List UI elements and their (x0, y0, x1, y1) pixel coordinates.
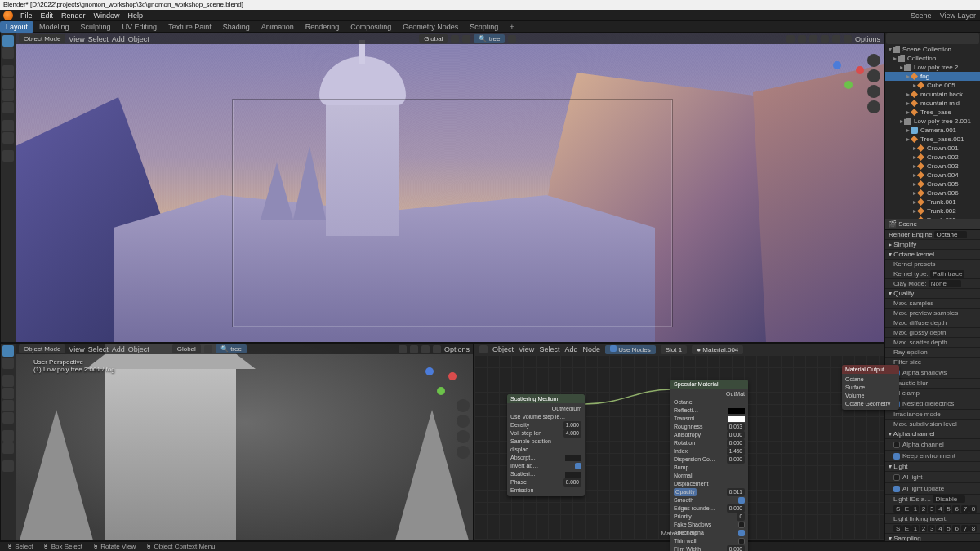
node-socket[interactable]: Rotation0.000 (674, 439, 745, 447)
tool-cursor[interactable] (2, 358, 14, 369)
x-clear-icon[interactable] (508, 35, 516, 43)
menu-edit[interactable]: Edit (37, 10, 58, 21)
snap-icon[interactable] (451, 35, 459, 43)
tool-move[interactable] (2, 65, 14, 77)
tool-rotate[interactable] (2, 388, 14, 399)
material-selector[interactable]: ● Material.004 (692, 345, 743, 354)
shading-solid-icon[interactable] (410, 345, 418, 353)
tool-scale[interactable] (2, 400, 14, 411)
outliner-item[interactable]: ▸Low poly tree 2 (885, 63, 980, 72)
outliner-item[interactable]: ▸mountain mid (885, 99, 980, 108)
snap-icon[interactable] (204, 345, 212, 353)
node-socket[interactable]: Octane Geometry (845, 400, 896, 408)
tool-transform[interactable] (2, 102, 14, 113)
node-socket[interactable]: Octane (845, 375, 896, 384)
outliner-item[interactable]: ▸Crown.006 (885, 189, 980, 198)
add-menu[interactable]: Add (112, 35, 125, 43)
tab-animation[interactable]: Animation (256, 21, 300, 33)
mode-dropdown[interactable]: Object Mode (19, 34, 65, 43)
slot-selector[interactable]: Slot 1 (661, 345, 687, 354)
nav-gizmo[interactable] (833, 58, 866, 91)
light-id-button[interactable]: 8 (969, 525, 977, 532)
outliner-item[interactable]: ▸mountain back (885, 90, 980, 99)
node-socket[interactable]: Sample position displac… (510, 438, 581, 454)
outliner-item[interactable]: ▸Low poly tree 2.001 (885, 117, 980, 126)
node-output[interactable]: OutMat (674, 390, 745, 398)
view-menu[interactable]: View (69, 35, 84, 43)
shading-solid-icon[interactable] (821, 35, 829, 43)
persp-icon[interactable] (867, 100, 880, 113)
tool-cursor[interactable] (2, 47, 14, 59)
tab-add[interactable]: + (504, 21, 519, 33)
light-id-button[interactable]: 5 (944, 525, 951, 532)
tab-shading[interactable]: Shading (217, 21, 256, 33)
mode-dropdown[interactable]: Object Mode (19, 344, 65, 353)
outliner-search[interactable] (886, 33, 979, 44)
tool-select-box[interactable] (2, 345, 14, 357)
node-socket[interactable]: Density1.000 (510, 421, 581, 429)
keep-env-checkbox[interactable]: Keep environment (893, 451, 977, 460)
tool-select-box[interactable] (2, 35, 14, 47)
tab-sculpting[interactable]: Sculpting (75, 21, 117, 33)
node-socket[interactable]: Transmi… (674, 415, 745, 423)
add-menu[interactable]: Add (112, 345, 125, 353)
tool-scale[interactable] (2, 90, 14, 101)
light-id-button[interactable]: 3 (928, 525, 935, 532)
node-socket[interactable]: Emission (510, 487, 581, 495)
outliner-item[interactable]: ▸Crown.003 (885, 162, 980, 171)
outliner-item[interactable]: ▸fog (885, 72, 980, 81)
tab-rendering[interactable]: Rendering (300, 21, 345, 33)
tab-texpaint[interactable]: Texture Paint (163, 21, 217, 33)
node-scattering-medium[interactable]: Scattering Medium OutMedium Use Volume s… (507, 394, 585, 496)
light-id-button[interactable]: 6 (952, 525, 960, 532)
node-socket[interactable]: Thin wall (674, 537, 745, 545)
tool-rotate[interactable] (2, 78, 14, 89)
node-socket[interactable]: Edges rounde…0.000 (674, 504, 745, 513)
outliner-item[interactable]: ▸Crown.001 (885, 144, 980, 153)
tool-transform[interactable] (2, 412, 14, 424)
ai-light-checkbox[interactable]: AI light (893, 473, 977, 482)
menu-help[interactable]: Help (124, 10, 148, 21)
menu-window[interactable]: Window (90, 10, 124, 21)
light-id-button[interactable]: E (902, 505, 911, 513)
tool-move[interactable] (2, 375, 14, 387)
light-id-button[interactable]: 5 (944, 505, 951, 513)
alpha-channel-checkbox[interactable]: Alpha channel (893, 440, 977, 449)
pan-icon[interactable] (867, 69, 880, 82)
node-socket[interactable]: Surface (845, 384, 896, 392)
shading-wire-icon[interactable] (399, 345, 407, 353)
select-menu[interactable]: Select (88, 35, 109, 43)
node-socket[interactable]: Opacity0.511 (674, 488, 745, 496)
light-id-button[interactable]: 4 (936, 505, 943, 513)
tool-addcube[interactable] (2, 460, 14, 472)
node-socket[interactable]: Index1.450 (674, 447, 745, 455)
object-menu[interactable]: Object (128, 35, 149, 43)
outliner-item[interactable]: ▸Tree_base.001 (885, 135, 980, 144)
shading-render-icon[interactable] (844, 35, 852, 43)
node-socket[interactable]: Phase0.000 (510, 478, 581, 487)
kernel-type-dropdown[interactable]: Path trace (930, 270, 964, 278)
view-menu[interactable]: View (69, 345, 84, 353)
tool-addcube[interactable] (2, 150, 14, 162)
tab-uv[interactable]: UV Editing (117, 21, 163, 33)
properties-panel[interactable]: 🎬 Scene Render Engine Octane ▸ Simplify … (885, 219, 980, 541)
tool-annotate[interactable] (2, 430, 14, 442)
node-material-output[interactable]: Material Output OctaneSurfaceVolumeOctan… (842, 365, 899, 410)
outliner-item[interactable]: ▸Collection (885, 54, 980, 63)
shading-matprev-icon[interactable] (421, 345, 430, 353)
overlay-icon[interactable] (786, 35, 795, 43)
outliner[interactable]: ▾Scene Collection ▸Collection▸Low poly t… (885, 33, 980, 219)
shader-node-editor[interactable]: Object View Select Add Node Use Nodes Sl… (474, 343, 884, 541)
tab-scripting[interactable]: Scripting (464, 21, 504, 33)
node-socket[interactable]: Vol. step len4.000 (510, 429, 581, 438)
outliner-item[interactable]: ▸Crown.005 (885, 180, 980, 189)
outliner-item[interactable]: ▸Crown.004 (885, 171, 980, 180)
tool-annotate[interactable] (2, 120, 14, 131)
upper-3d-viewport[interactable]: Object Mode View Select Add Object Globa… (16, 33, 884, 342)
node-socket[interactable]: Priority0 (674, 513, 745, 521)
orientation-dropdown[interactable]: Global (419, 34, 448, 43)
tab-layout[interactable]: Layout (0, 21, 33, 33)
object-menu[interactable]: Object (128, 345, 149, 353)
node-socket[interactable]: Anisotropy0.000 (674, 431, 745, 439)
node-socket[interactable]: Invert ab… (510, 462, 581, 470)
